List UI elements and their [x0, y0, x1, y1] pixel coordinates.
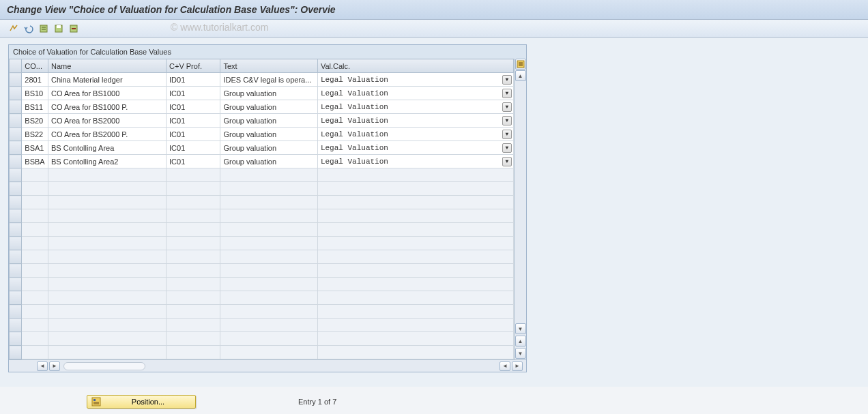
position-button[interactable]: Position...: [87, 395, 196, 409]
chevron-down-icon[interactable]: ▼: [502, 89, 512, 98]
cell-cvprof[interactable]: IC01: [167, 87, 220, 100]
scroll-left2-icon[interactable]: ◄: [500, 361, 510, 371]
cell-cvprof[interactable]: IC01: [167, 128, 220, 141]
cell-cvprof[interactable]: IC01: [167, 114, 220, 128]
cell-valcalc[interactable]: Legal Valuation▼: [317, 73, 513, 87]
hscroll-track[interactable]: [63, 362, 145, 370]
cell-co[interactable]: BS22: [22, 128, 48, 141]
cell-valcalc[interactable]: Legal Valuation▼: [317, 155, 513, 168]
table-row[interactable]: BSBA BS Contolling Area2 IC01 Group valu…: [10, 155, 514, 168]
cell-empty: [317, 196, 513, 209]
select-all-header[interactable]: [10, 59, 22, 73]
scroll-down2-icon[interactable]: ▼: [515, 348, 526, 359]
row-selector[interactable]: [10, 168, 22, 182]
cell-name[interactable]: BS Contolling Area2: [48, 155, 166, 168]
vertical-scrollbar[interactable]: ▲ ▼ ▲ ▼: [514, 59, 526, 359]
table-settings-icon[interactable]: [515, 59, 526, 70]
cell-co[interactable]: BSBA: [22, 155, 48, 168]
chevron-down-icon[interactable]: ▼: [502, 143, 512, 153]
chevron-down-icon[interactable]: ▼: [502, 116, 512, 125]
other-view-icon[interactable]: [7, 23, 20, 35]
cell-cvprof[interactable]: ID01: [167, 73, 220, 87]
row-selector[interactable]: [10, 237, 22, 250]
cell-valcalc[interactable]: Legal Valuation▼: [317, 128, 513, 141]
cell-name[interactable]: BS Contolling Area: [48, 141, 166, 155]
scroll-right2-icon[interactable]: ►: [512, 361, 523, 371]
cell-empty: [48, 237, 166, 250]
cell-empty: [167, 223, 220, 237]
row-selector[interactable]: [10, 209, 22, 223]
row-selector[interactable]: [10, 128, 22, 141]
cell-name[interactable]: China Material ledger: [48, 73, 166, 87]
row-selector[interactable]: [10, 346, 22, 359]
table-row[interactable]: BS20 CO Area for BS2000 IC01 Group valua…: [10, 114, 514, 128]
col-cvprof[interactable]: C+V Prof.: [167, 59, 220, 73]
row-selector[interactable]: [10, 305, 22, 319]
col-text[interactable]: Text: [220, 59, 318, 73]
scroll-up2-icon[interactable]: ▲: [515, 336, 526, 346]
cell-text[interactable]: IDES C&V legal is opera...: [220, 73, 318, 87]
cell-co[interactable]: BS11: [22, 100, 48, 114]
chevron-down-icon[interactable]: ▼: [502, 130, 512, 139]
row-selector[interactable]: [10, 250, 22, 264]
col-valcalc[interactable]: Val.Calc.: [317, 59, 513, 73]
table-row[interactable]: BS22 CO Area for BS2000 P. IC01 Group va…: [10, 128, 514, 141]
cell-empty: [22, 237, 48, 250]
delete-row-icon[interactable]: [67, 23, 81, 35]
scroll-right-icon[interactable]: ►: [49, 361, 60, 371]
table-row[interactable]: BS10 CO Area for BS1000 IC01 Group valua…: [10, 87, 514, 100]
scroll-left-icon[interactable]: ◄: [37, 361, 48, 371]
chevron-down-icon[interactable]: ▼: [502, 75, 512, 85]
cell-name[interactable]: CO Area for BS1000 P.: [48, 100, 166, 114]
row-selector[interactable]: [10, 264, 22, 278]
cell-co[interactable]: BS20: [22, 114, 48, 128]
cell-name[interactable]: CO Area for BS2000 P.: [48, 128, 166, 141]
cell-text[interactable]: Group valuation: [220, 87, 318, 100]
cell-cvprof[interactable]: IC01: [167, 141, 220, 155]
cell-valcalc[interactable]: Legal Valuation▼: [317, 141, 513, 155]
cell-text[interactable]: Group valuation: [220, 100, 318, 114]
row-selector[interactable]: [10, 196, 22, 209]
row-selector[interactable]: [10, 114, 22, 128]
chevron-down-icon[interactable]: ▼: [502, 102, 512, 112]
cell-co[interactable]: BS10: [22, 87, 48, 100]
row-selector[interactable]: [10, 223, 22, 237]
cell-valcalc[interactable]: Legal Valuation▼: [317, 100, 513, 114]
row-selector[interactable]: [10, 332, 22, 346]
chevron-down-icon[interactable]: ▼: [502, 157, 512, 166]
select-all-icon[interactable]: [37, 23, 50, 35]
scroll-down-icon[interactable]: ▼: [515, 323, 526, 334]
cell-cvprof[interactable]: IC01: [167, 100, 220, 114]
cell-text[interactable]: Group valuation: [220, 141, 318, 155]
save-icon[interactable]: [52, 23, 66, 35]
cell-co[interactable]: 2801: [22, 73, 48, 87]
row-selector[interactable]: [10, 73, 22, 87]
cell-name[interactable]: CO Area for BS1000: [48, 87, 166, 100]
table-row[interactable]: BS11 CO Area for BS1000 P. IC01 Group va…: [10, 100, 514, 114]
cell-valcalc[interactable]: Legal Valuation▼: [317, 114, 513, 128]
row-selector[interactable]: [10, 291, 22, 305]
horizontal-scrollbar[interactable]: ◄ ► ◄ ►: [9, 359, 526, 372]
col-co[interactable]: CO...: [22, 59, 48, 73]
cell-empty: [167, 305, 220, 319]
scroll-up-icon[interactable]: ▲: [515, 70, 526, 81]
cell-text[interactable]: Group valuation: [220, 155, 318, 168]
undo-icon[interactable]: [22, 23, 35, 35]
row-selector[interactable]: [10, 100, 22, 114]
cell-valcalc[interactable]: Legal Valuation▼: [317, 87, 513, 100]
row-selector[interactable]: [10, 182, 22, 196]
cell-cvprof[interactable]: IC01: [167, 155, 220, 168]
cell-co[interactable]: BSA1: [22, 141, 48, 155]
table-row[interactable]: 2801 China Material ledger ID01 IDES C&V…: [10, 73, 514, 87]
cell-text[interactable]: Group valuation: [220, 114, 318, 128]
row-selector[interactable]: [10, 87, 22, 100]
table-row-empty: [10, 209, 514, 223]
row-selector[interactable]: [10, 278, 22, 291]
row-selector[interactable]: [10, 319, 22, 332]
cell-name[interactable]: CO Area for BS2000: [48, 114, 166, 128]
table-row[interactable]: BSA1 BS Contolling Area IC01 Group valua…: [10, 141, 514, 155]
row-selector[interactable]: [10, 155, 22, 168]
row-selector[interactable]: [10, 141, 22, 155]
col-name[interactable]: Name: [48, 59, 166, 73]
cell-text[interactable]: Group valuation: [220, 128, 318, 141]
